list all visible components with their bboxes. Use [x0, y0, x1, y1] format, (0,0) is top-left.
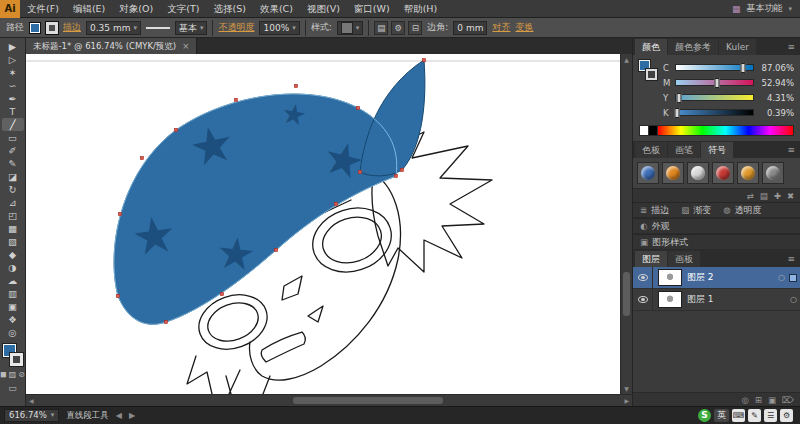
app-logo[interactable]: Ai — [0, 0, 20, 18]
artwork-star[interactable]: ★ — [214, 226, 259, 281]
channel-value[interactable]: 4.31% — [758, 93, 794, 103]
rectangle-tool[interactable]: ▭ — [2, 131, 24, 144]
artwork-collar-spikes[interactable] — [187, 356, 270, 394]
make-clipping-mask-icon[interactable]: ◎ — [741, 393, 748, 406]
align-panel-link[interactable]: 对齐 — [492, 21, 510, 34]
symbol-sprayer-tool[interactable]: ☁ — [2, 274, 24, 287]
chevron-down-icon[interactable]: ▾ — [788, 5, 792, 13]
type-tool[interactable]: T — [2, 105, 24, 118]
symbol-thumbnail[interactable] — [737, 162, 759, 184]
magic-wand-tool[interactable]: ✶ — [2, 66, 24, 79]
ime-settings-icon[interactable]: ⚙ — [780, 409, 793, 422]
channel-value[interactable]: 52.94% — [758, 78, 794, 88]
close-icon[interactable]: × — [182, 38, 189, 54]
layer-target-icon[interactable]: ○ — [790, 295, 797, 304]
document-tab[interactable]: 未标题-1* @ 616.74% (CMYK/预览) × — [26, 38, 197, 54]
opacity-panel-link[interactable]: 不透明度 — [218, 21, 254, 34]
tab-graphic-styles[interactable]: ▣ 图形样式 — [640, 236, 688, 249]
color-spectrum[interactable] — [639, 125, 794, 136]
delete-symbol-icon[interactable]: ✖ — [787, 189, 794, 202]
symbol-library-icon[interactable]: ▤ — [760, 189, 768, 202]
channel-value[interactable]: 87.06% — [758, 63, 794, 73]
symbol-thumbnail[interactable] — [637, 162, 659, 184]
none-mode-icon[interactable]: ⊘ — [18, 370, 25, 380]
history-back-icon[interactable]: ◀ — [116, 411, 122, 420]
graphic-styles-bar[interactable]: ▣ 图形样式 — [633, 234, 800, 250]
artwork-nose-shape[interactable] — [282, 276, 302, 300]
slider-knob[interactable] — [674, 108, 679, 118]
layer-target-icon[interactable]: ○ — [778, 273, 785, 282]
white-swatch[interactable] — [640, 126, 649, 135]
menu-item[interactable]: 选择(S) — [206, 0, 252, 18]
gradient-tool[interactable]: ▧ — [2, 235, 24, 248]
artwork-mouth[interactable] — [261, 332, 305, 362]
spectrum-ramp[interactable] — [658, 126, 793, 135]
color-mode-icon[interactable]: ◼ — [0, 370, 7, 380]
visibility-toggle[interactable] — [633, 267, 653, 288]
tab-stroke[interactable]: ≣ 描边 — [640, 204, 669, 217]
layer-name[interactable]: 图层 1 — [687, 293, 714, 306]
transform-panel-link[interactable]: 变换 — [515, 21, 533, 34]
symbol-thumbnail[interactable] — [662, 162, 684, 184]
scroll-right-icon[interactable]: ▶ — [624, 397, 629, 404]
canvas[interactable]: ★ ★ ★ ★ ★ — [26, 54, 620, 394]
panel-tab[interactable]: 符号 — [701, 142, 733, 158]
slider-knob[interactable] — [714, 78, 719, 88]
symbol-thumbnail[interactable] — [762, 162, 784, 184]
layer-name[interactable]: 图层 2 — [687, 271, 714, 284]
menu-item[interactable]: 窗口(W) — [347, 0, 397, 18]
symbol-thumbnail[interactable] — [712, 162, 734, 184]
ime-logo-icon[interactable]: S — [698, 409, 711, 422]
lasso-tool[interactable]: ∽ — [2, 79, 24, 92]
brush-definition-dropdown[interactable]: 基本 ▾ — [175, 21, 208, 35]
stroke-panel-link[interactable]: 描边 — [63, 21, 81, 34]
black-slider[interactable] — [675, 109, 754, 116]
eyedropper-tool[interactable]: ◆ — [2, 248, 24, 261]
preferences-icon[interactable]: ⚙ — [391, 21, 405, 35]
style-dropdown[interactable]: ▾ — [337, 21, 364, 35]
panel-tab[interactable]: 颜色参考 — [668, 39, 718, 55]
eraser-tool[interactable]: ◪ — [2, 170, 24, 183]
panel-tab[interactable]: 画板 — [668, 251, 700, 267]
panel-tab[interactable]: 色板 — [635, 142, 667, 158]
menu-item[interactable]: 帮助(H) — [397, 0, 445, 18]
layer-thumbnail[interactable] — [658, 291, 682, 308]
stroke-indicator[interactable] — [10, 353, 23, 366]
channel-value[interactable]: 0.39% — [758, 108, 794, 118]
slider-knob[interactable] — [677, 93, 682, 103]
stroke-color-swatch[interactable] — [46, 22, 58, 34]
artboard[interactable]: ★ ★ ★ ★ ★ — [26, 54, 620, 394]
ime-keyboard-icon[interactable]: ⌨ — [732, 409, 745, 422]
shape-builder-tool[interactable]: ◰ — [2, 209, 24, 222]
direct-selection-tool[interactable]: ▷ — [2, 53, 24, 66]
slider-knob[interactable] — [740, 63, 745, 73]
blend-tool[interactable]: ◑ — [2, 261, 24, 274]
history-forward-icon[interactable]: ▶ — [129, 411, 135, 420]
tab-gradient[interactable]: ▧ 渐变 — [681, 204, 711, 217]
menu-item[interactable]: 效果(C) — [253, 0, 300, 18]
symbol-thumbnail[interactable] — [687, 162, 709, 184]
pen-tool[interactable]: ✒ — [2, 92, 24, 105]
tab-transparency[interactable]: ◍ 透明度 — [723, 204, 761, 217]
mesh-tool[interactable]: ▦ — [2, 222, 24, 235]
panel-tab[interactable]: 图层 — [635, 251, 667, 267]
scale-tool[interactable]: ⊿ — [2, 196, 24, 209]
workspace-switcher[interactable]: 基本功能 — [746, 2, 782, 15]
panel-tab[interactable]: Kuler — [719, 39, 756, 55]
tab-appearance[interactable]: ◐ 外观 — [640, 220, 669, 233]
menu-item[interactable]: 文件(F) — [20, 0, 66, 18]
new-symbol-icon[interactable]: ✚ — [774, 189, 781, 202]
place-symbol-icon[interactable]: ⇄ — [747, 189, 754, 202]
panel-fill-stroke-widget[interactable] — [639, 60, 657, 80]
corner-value-input[interactable]: 0 mm — [453, 21, 487, 35]
pencil-tool[interactable]: ✎ — [2, 157, 24, 170]
screen-mode-button[interactable]: ▭ — [8, 383, 17, 393]
panel-tab[interactable]: 颜色 — [635, 39, 667, 55]
vertical-scrollbar[interactable]: ▲ ▼ — [620, 54, 632, 394]
vertical-scroll-thumb[interactable] — [623, 272, 630, 316]
workspace-grid-icon[interactable]: ▦ — [732, 4, 741, 14]
opacity-dropdown[interactable]: 100% ▾ — [259, 21, 299, 35]
hand-tool[interactable]: ❖ — [2, 313, 24, 326]
delete-layer-icon[interactable]: ⌦ — [782, 393, 794, 406]
new-sublayer-icon[interactable]: ⊞ — [755, 393, 762, 406]
